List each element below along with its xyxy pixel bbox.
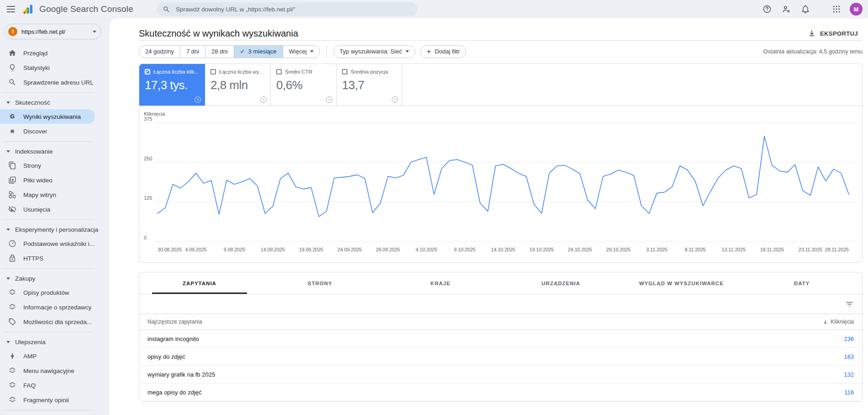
range-chip[interactable]: 24 godziny [139,46,180,58]
table-header-queries[interactable]: Najczęstsze zapytania [147,319,202,325]
metric-card-total-impressions[interactable]: Łączna liczba wy... 2,8 mln ? [205,64,271,106]
sidebar-item[interactable]: Statystyki [0,60,95,75]
checkbox-icon[interactable] [210,69,216,74]
sidebar-divider [4,410,92,410]
check-icon: ✓ [240,48,245,55]
sidebar-divider [4,141,92,142]
svg-text:0: 0 [144,235,147,240]
metric-card-average-position[interactable]: Średnia pozycja 13,7 ? [337,64,402,106]
sidebar: f https://feb.net.pl/ Przegląd Statystyk… [0,18,110,415]
tab-daty[interactable]: DATY [742,272,862,294]
app-logo[interactable]: Google Search Console [23,3,133,15]
metric-label: Łączna liczba klik... [153,69,199,74]
url-inspect-searchbar[interactable] [156,2,417,16]
sidebar-item[interactable]: Fragmenty opinii [0,393,95,407]
chevron-down-icon [405,50,409,53]
svg-text:24.10.2025: 24.10.2025 [568,247,592,252]
sidebar-section-5[interactable]: Ulepszenia [0,335,110,349]
tab-strony[interactable]: STRONY [260,272,380,294]
sitemap-icon [8,191,16,199]
property-selector[interactable]: f https://feb.net.pl/ [5,24,101,39]
account-avatar[interactable]: M [850,3,863,16]
range-chip[interactable]: ✓ 3 miesiące [234,46,283,58]
plus-icon: + [426,48,431,55]
sidebar-item[interactable]: Discover [0,124,95,138]
checkbox-checked-icon[interactable] [145,69,150,74]
tab-kraje[interactable]: KRAJE [380,272,501,294]
help-button[interactable] [759,1,775,17]
svg-text:250: 250 [144,156,152,161]
google-apps-button[interactable] [829,1,844,17]
manage-users-button[interactable] [779,1,794,17]
svg-text:375: 375 [144,116,152,122]
clicks-cell: 163 [844,353,854,360]
url-inspect-input[interactable] [175,5,411,13]
sidebar-item[interactable]: Pliki wideo [0,173,95,187]
apps-grid-icon [832,5,841,14]
checkbox-icon[interactable] [342,69,347,74]
sidebar-item[interactable]: Mapy witryn [0,187,95,202]
svg-text:29.10.2025: 29.10.2025 [606,247,631,252]
notifications-icon [801,5,810,14]
range-chip[interactable]: 28 dni [205,46,233,58]
metric-card-total-clicks[interactable]: Łączna liczba klik... 17,3 tys. ? [139,64,205,106]
svg-text:9.09.2025: 9.09.2025 [224,247,245,252]
export-button[interactable]: EKSPORTUJ [803,27,863,40]
sidebar-item[interactable]: Sprawdzenie adresu URL [0,75,95,90]
sidebar-section-4[interactable]: Zakupy [0,271,110,285]
tab-urządzenia[interactable]: URZĄDZENIA [500,272,621,294]
sidebar-item[interactable]: Opisy produktów [0,285,95,300]
search-type-chip[interactable]: Typ wyszukiwania: Sieć [333,45,416,58]
sidebar-item[interactable]: Strony [0,158,95,173]
range-chip[interactable]: 7 dni [180,46,205,58]
notifications-button[interactable] [798,1,813,17]
sidebar-item[interactable]: Możliwości dla sprzeda... [0,314,95,329]
sidebar-item[interactable]: AMP [0,349,95,363]
menu-button[interactable] [2,0,20,18]
metric-row: Łączna liczba klik... 17,3 tys. ? Łączna… [139,64,862,106]
sidebar-section-3[interactable]: Eksperymenty i personalizacja [0,223,110,236]
clicks-cell: 132 [844,371,854,378]
section-collapse-icon [6,341,10,343]
table-body: instagram incognito 236 opisy do zdjęć 1… [139,330,862,401]
sidebar-item[interactable]: Informacje o sprzedawcy [0,300,95,314]
filter-rows-icon[interactable] [845,300,854,309]
sidebar-item[interactable]: HTTPS [0,251,95,266]
table-row[interactable]: mega opisy do zdjęć 116 [139,383,862,401]
sidebar-item-label: AMP [23,353,37,360]
section-collapse-icon [6,229,10,231]
tab-wygląd-w-wyszukiwarce[interactable]: WYGLĄD W WYSZUKIWARCE [621,272,742,294]
add-filter-chip[interactable]: + Dodaj filtr [420,45,466,58]
metric-label: Średnia pozycja [351,69,388,74]
table-row[interactable]: instagram incognito 236 [139,330,862,348]
table-row[interactable]: wymiary grafik na fb 2025 132 [139,366,862,383]
sidebar-item[interactable]: Usunięcia [0,202,95,217]
sidebar-section-1[interactable]: Skuteczność [0,96,110,109]
range-chip[interactable]: Więcej [283,46,320,58]
lock-icon [8,254,16,262]
table-row[interactable]: opisy do zdjęć 163 [139,348,862,366]
table-sort-clicks[interactable]: Kliknięcia [822,319,854,325]
clicks-chart[interactable]: Kliknięcia012525037530.08.20254.09.20259… [139,106,862,262]
sidebar-item[interactable]: G Wyniki wyszukiwania [0,109,95,124]
svg-text:23.11.2025: 23.11.2025 [799,247,822,252]
checkbox-icon[interactable] [276,69,282,74]
sidebar-item[interactable]: Przegląd [0,46,95,60]
sidebar-item[interactable]: Menu nawigacyjne [0,363,95,378]
sidebar-item[interactable]: FAQ [0,378,95,393]
sidebar-item-label: Możliwości dla sprzeda... [23,319,92,325]
sidebar-item-label: Usunięcia [23,206,50,213]
help-icon: ? [195,96,201,103]
pages-icon [8,161,16,170]
metric-card-average-ctr[interactable]: Średni CTR 0,6% ? [271,64,337,106]
svg-text:30.08.2025: 30.08.2025 [158,247,182,252]
asterisk-icon [8,127,16,135]
tag-icon [8,318,16,326]
performance-card: Łączna liczba klik... 17,3 tys. ? Łączna… [139,64,863,263]
sidebar-item[interactable]: Podstawowe wskaźniki i... [0,236,95,251]
sidebar-section-2[interactable]: Indeksowanie [0,144,110,158]
section-collapse-icon [6,101,10,104]
sidebar-item-label: Menu nawigacyjne [23,367,74,374]
tab-zapytania[interactable]: ZAPYTANIA [139,272,260,294]
clicks-cell: 236 [844,335,854,342]
